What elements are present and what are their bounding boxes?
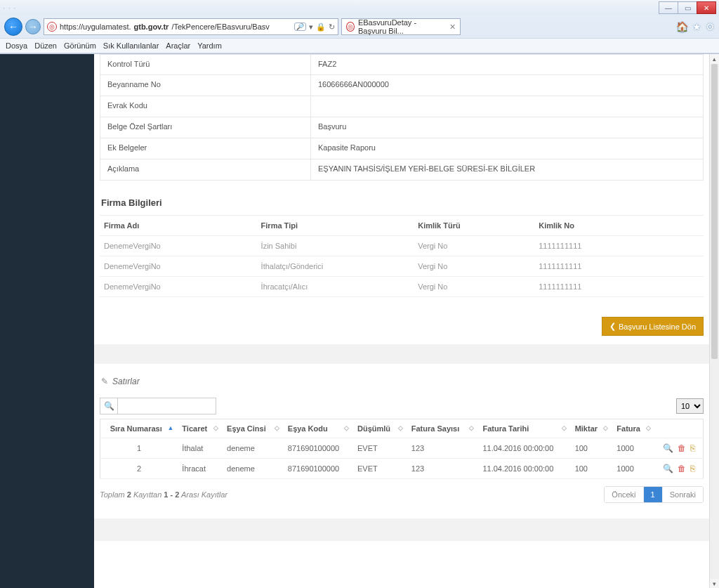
- col-fatura-sayisi[interactable]: Fatura Sayısı ◇: [407, 419, 479, 438]
- kv-label: Belge Özel Şartları: [100, 117, 311, 138]
- firma-row: DenemeVergiNo İthalatçı/Gönderici Vergi …: [100, 256, 704, 277]
- menu-item[interactable]: Yardım: [197, 41, 222, 50]
- firma-cell-no: 1111111111: [534, 277, 704, 296]
- col-ticaret[interactable]: Ticaret ◇: [178, 419, 223, 438]
- pager-page-current[interactable]: 1: [643, 487, 662, 502]
- row-copy-icon[interactable]: ⎘: [690, 464, 695, 473]
- firma-header: Kimlik Türü: [414, 216, 534, 235]
- address-row: ← → ◎ https://uygulamatest.gtb.gov.tr/Te…: [0, 15, 719, 38]
- cell-dusumlu: EVET: [353, 459, 407, 479]
- firma-row: DenemeVergiNo İhracatçı/Alıcı Vergi No 1…: [100, 277, 704, 297]
- kv-value: Başvuru: [311, 117, 703, 138]
- satirlar-title-text: Satırlar: [112, 377, 140, 386]
- row-view-icon[interactable]: 🔍: [663, 464, 673, 473]
- sort-icon: ◇: [213, 424, 218, 431]
- chevron-left-icon: ❮: [609, 322, 616, 331]
- firma-cell-tip: İzin Sahibi: [257, 236, 414, 256]
- home-icon[interactable]: 🏠: [676, 21, 688, 32]
- window-close[interactable]: ✕: [697, 1, 716, 14]
- menu-item[interactable]: Araçlar: [166, 41, 190, 50]
- tab-favicon-icon: ◎: [346, 22, 355, 32]
- kv-label: Kontrol Türü: [100, 55, 311, 74]
- window-minimize[interactable]: —: [659, 1, 678, 14]
- back-to-list-button[interactable]: ❮ Başvuru Listesine Dön: [602, 317, 704, 336]
- firma-section-title: Firma Bilgileri: [100, 181, 704, 215]
- sort-icon: ◇: [398, 424, 403, 431]
- url-host: gtb.gov.tr: [134, 22, 169, 31]
- cell-kodu: 871690100000: [284, 459, 353, 479]
- menu-item[interactable]: Görünüm: [64, 41, 96, 50]
- firma-cell-turu: Vergi No: [414, 256, 534, 276]
- pager-controls: Önceki 1 Sonraki: [604, 486, 704, 503]
- pager-row: Toplam 2 Kayıttan 1 - 2 Arası Kayıtlar Ö…: [100, 479, 704, 506]
- application-summary: Kontrol Türü FAZ2 Beyanname No 16066666A…: [100, 54, 704, 181]
- scrollbar-down-icon[interactable]: ▾: [710, 579, 719, 588]
- cell-kodu: 871690100000: [284, 438, 353, 459]
- firma-cell-no: 1111111111: [534, 236, 704, 256]
- kv-label: Ek Belgeler: [100, 138, 311, 159]
- site-favicon-icon: ◎: [47, 22, 57, 32]
- satirlar-section-title: ✎ Satırlar: [100, 372, 704, 398]
- cell-fatura: 1000: [612, 438, 655, 459]
- cell-sira: 2: [100, 459, 178, 479]
- firma-header: Firma Tipi: [257, 216, 414, 235]
- col-sira[interactable]: Sıra Numarası ▲: [100, 419, 178, 438]
- page-viewport: Kontrol Türü FAZ2 Beyanname No 16066666A…: [0, 54, 719, 588]
- browser-tab-active[interactable]: ◎ EBasvuruDetay - Başvuru Bil... ✕: [341, 18, 461, 35]
- firma-cell-turu: Vergi No: [414, 277, 534, 296]
- kv-label: Açıklama: [100, 159, 311, 180]
- firma-table: Firma Adı Firma Tipi Kimlik Türü Kimlik …: [100, 215, 704, 297]
- firma-cell-tip: İthalatçı/Gönderici: [257, 256, 414, 276]
- vertical-scrollbar[interactable]: ▴ ▾: [709, 54, 719, 588]
- firma-cell-no: 1111111111: [534, 256, 704, 276]
- browser-chrome: · · · — ▭ ✕ ← → ◎ https://uygulamatest.g…: [0, 0, 719, 54]
- col-fatura-tarihi[interactable]: Fatura Tarihi ◇: [478, 419, 570, 438]
- sort-icon: ◇: [603, 424, 608, 431]
- row-copy-icon[interactable]: ⎘: [690, 443, 695, 453]
- firma-row: DenemeVergiNo İzin Sahibi Vergi No 11111…: [100, 236, 704, 256]
- tab-close-icon[interactable]: ✕: [449, 22, 456, 32]
- settings-gear-icon[interactable]: ⚙: [706, 21, 715, 32]
- col-fatura[interactable]: Fatura ◇: [612, 419, 655, 438]
- row-actions: 🔍 🗑 ⎘: [659, 443, 699, 453]
- section-divider: [94, 344, 719, 364]
- address-bar[interactable]: ◎ https://uygulamatest.gtb.gov.tr/TekPen…: [44, 18, 338, 35]
- row-delete-icon[interactable]: 🗑: [678, 464, 686, 473]
- col-kodu[interactable]: Eşya Kodu ◇: [284, 419, 353, 438]
- cell-fatura: 1000: [612, 459, 655, 479]
- window-maximize[interactable]: ▭: [678, 1, 697, 14]
- kv-value: Kapasite Raporu: [311, 138, 703, 159]
- col-miktar[interactable]: Miktar ◇: [571, 419, 613, 438]
- favorites-icon[interactable]: ★: [692, 21, 701, 32]
- page-size-select[interactable]: 10: [676, 398, 704, 414]
- row-view-icon[interactable]: 🔍: [663, 443, 673, 453]
- nav-back-button[interactable]: ←: [4, 18, 22, 36]
- pager-info: Toplam 2 Kayıttan 1 - 2 Arası Kayıtlar: [100, 490, 227, 499]
- table-row: 1 İthalat deneme 871690100000 EVET 123 1…: [100, 438, 704, 459]
- satirlar-table: Sıra Numarası ▲ Ticaret ◇ Eşya Cinsi ◇ E…: [100, 419, 704, 479]
- cell-fatura-tarihi: 11.04.2016 00:00:00: [478, 438, 570, 459]
- nav-forward-button[interactable]: →: [25, 19, 41, 34]
- cell-fatura-sayisi: 123: [407, 459, 479, 479]
- cell-ticaret: İhracat: [178, 459, 223, 479]
- row-delete-icon[interactable]: 🗑: [678, 443, 686, 453]
- search-button[interactable]: 🔍: [100, 398, 118, 414]
- menu-item[interactable]: Dosya: [6, 41, 27, 50]
- firma-cell-turu: Vergi No: [414, 236, 534, 256]
- scrollbar-up-icon[interactable]: ▴: [710, 54, 719, 64]
- firma-cell-ad: DenemeVergiNo: [100, 236, 257, 256]
- cell-ticaret: İthalat: [178, 438, 223, 459]
- pager-prev[interactable]: Önceki: [605, 487, 642, 502]
- menu-item[interactable]: Düzen: [34, 41, 57, 50]
- col-cinsi[interactable]: Eşya Cinsi ◇: [223, 419, 284, 438]
- cell-cinsi: deneme: [223, 438, 284, 459]
- firma-cell-ad: DenemeVergiNo: [100, 277, 257, 296]
- url-path: /TekPencere/EBasvuru/Basv: [171, 22, 269, 31]
- pager-next[interactable]: Sonraki: [662, 487, 703, 502]
- search-input[interactable]: [118, 398, 216, 414]
- browser-tools-icons: 🏠 ★ ⚙: [676, 21, 715, 32]
- col-dusumlu[interactable]: Düşümlü ◇: [353, 419, 407, 438]
- menu-item[interactable]: Sık Kullanılanlar: [103, 41, 159, 50]
- kv-label: Beyanname No: [100, 75, 311, 96]
- scrollbar-thumb[interactable]: [711, 64, 718, 359]
